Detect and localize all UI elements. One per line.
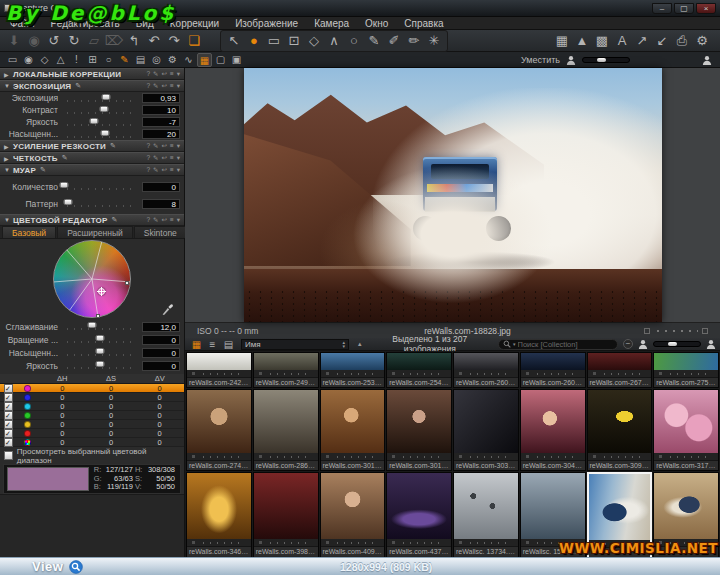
thumbnail[interactable]: reWallsc. 13734.jpg (453, 472, 519, 557)
polygon-tool-icon[interactable]: △ (53, 52, 68, 67)
collapse-arrow-icon[interactable]: ▼ (4, 217, 13, 223)
slider-value-field[interactable]: 20 (142, 129, 180, 139)
slider-thumb[interactable] (89, 118, 98, 124)
slider-thumb[interactable] (101, 130, 110, 136)
search-scope-dropdown-icon[interactable]: ▾ (513, 341, 516, 347)
thumbnail[interactable]: reWalls.com-3170.jpg (653, 389, 719, 471)
slider-track[interactable] (62, 361, 138, 370)
menu-item-5[interactable]: Камера (306, 17, 357, 30)
collapse-arrow-icon[interactable]: ▶ (4, 155, 13, 162)
pin-tool-icon[interactable]: ! (69, 52, 84, 67)
thumbnail[interactable]: reWalls.com-3045.jpg (520, 389, 586, 471)
collapse-arrow-icon[interactable]: ▶ (4, 143, 13, 150)
wheel-rim-handle[interactable] (125, 281, 129, 285)
slider-value-field[interactable]: 0 (142, 348, 180, 358)
erase-mask-tool-icon[interactable]: ✐ (384, 31, 404, 51)
color-tag-box[interactable] (644, 328, 650, 334)
menu-item-2[interactable]: Вид (128, 17, 162, 30)
color-range-row[interactable]: ✓000 (0, 402, 184, 411)
undo-icon[interactable]: ↶ (144, 31, 164, 51)
thumbnail[interactable]: reWalls.com-3017.jpg (386, 389, 452, 471)
print-icon[interactable]: ⎙ (672, 31, 692, 51)
color-wheel[interactable] (53, 240, 131, 318)
rotate-cw-icon[interactable]: ↻ (64, 31, 84, 51)
thumb-detail-view-icon[interactable]: ▤ (221, 337, 236, 352)
slider-value-field[interactable]: 10 (142, 105, 180, 115)
tab-skintone[interactable]: Skintone (134, 226, 187, 238)
brush-small-icon[interactable]: ✎ (153, 215, 158, 225)
collapse-arrow-icon[interactable]: ▶ (4, 71, 13, 78)
revert-icon[interactable]: ↰ (124, 31, 144, 51)
slider-value-field[interactable]: 8 (142, 199, 180, 209)
rotate-tool-icon[interactable]: ◇ (304, 31, 324, 51)
brush-tool-icon[interactable]: ✎ (117, 52, 132, 67)
color-range-row[interactable]: ✓000 (0, 429, 184, 438)
single-view-icon[interactable]: ▢ (213, 52, 228, 67)
collapse-arrow-icon[interactable]: ▼ (4, 167, 13, 173)
reset-icon[interactable]: ↩ (161, 81, 166, 91)
thumbnail[interactable]: reWalls.com-2865.jpg (253, 389, 319, 471)
pan-tool-icon[interactable]: ● (244, 31, 264, 51)
thumbnail[interactable]: reWalls.com-2603.jpg (453, 352, 519, 388)
curve-icon[interactable]: ∿ (181, 52, 196, 67)
thumbnail[interactable]: reWalls.com-3031.jpg (453, 389, 519, 471)
presets-icon[interactable]: ≡ (170, 69, 174, 79)
color-range-row[interactable]: ✓000 (0, 420, 184, 429)
help-icon[interactable]: ? (146, 69, 150, 79)
shapes-tool-icon[interactable]: ◇ (37, 52, 52, 67)
viewer-canvas[interactable] (185, 68, 720, 322)
panel-menu-icon[interactable]: ▾ (177, 165, 180, 175)
gradient-mask-tool-icon[interactable]: ✏ (404, 31, 424, 51)
slider-thumb[interactable] (88, 322, 97, 328)
circle-tool-icon[interactable]: ○ (344, 31, 364, 51)
maximize-button[interactable]: ▢ (674, 3, 694, 14)
reset-icon[interactable]: ↩ (161, 165, 166, 175)
panel-color-editor[interactable]: ▼ ЦВЕТОВОЙ РЕДАКТОР ✎ ?✎↩≡▾ (0, 214, 184, 226)
reset-icon[interactable]: ↩ (161, 153, 166, 163)
zoom-slider-thumb[interactable] (597, 58, 606, 62)
panel-menu-icon[interactable]: ▾ (177, 81, 180, 91)
slider-thumb[interactable] (99, 106, 108, 112)
color-range-row[interactable]: ✓000 (0, 384, 184, 393)
tab-basic[interactable]: Базовый (2, 226, 56, 238)
slider-value-field[interactable]: 0 (142, 182, 180, 192)
preview-checkbox[interactable] (4, 451, 13, 460)
zoom-in-icon[interactable]: ↗ (632, 31, 652, 51)
presets-icon[interactable]: ≡ (170, 81, 174, 91)
slider-thumb[interactable] (102, 94, 111, 100)
thumbnail[interactable]: reWalls.com-3462.jpg (186, 472, 252, 557)
slider-value-field[interactable]: -7 (142, 117, 180, 127)
slider-track[interactable] (62, 348, 138, 357)
slider-thumb[interactable] (96, 348, 105, 354)
main-photo-rally-truck[interactable] (244, 68, 662, 322)
tab-advanced[interactable]: Расширенный (57, 226, 133, 238)
grid-small-icon[interactable] (702, 328, 708, 334)
menu-item-3[interactable]: Коррекции (162, 17, 227, 30)
thumbnail[interactable]: reWalls.com-2540.jpg (386, 352, 452, 388)
trash-icon[interactable]: ⌦ (104, 31, 124, 51)
slider-track[interactable] (62, 199, 138, 208)
reset-icon[interactable]: ↩ (161, 141, 166, 151)
keystone-tool-icon[interactable]: ∧ (324, 31, 344, 51)
crop-frame-icon[interactable]: ⊞ (85, 52, 100, 67)
color-range-row[interactable]: ✓000 (0, 411, 184, 420)
checkbox[interactable]: ✓ (4, 393, 13, 402)
exposure-warning-icon[interactable]: ▲ (572, 31, 592, 51)
slider-value-field[interactable]: 0 (142, 335, 180, 345)
thumbnail[interactable]: reWalls.com-3989.jpg (253, 472, 319, 557)
slider-track[interactable] (62, 130, 138, 139)
slider-track[interactable] (62, 182, 138, 191)
slider-thumb[interactable] (64, 199, 73, 205)
menu-item-1[interactable]: Редактировать (43, 17, 128, 30)
panel-clarity[interactable]: ▶ ЧЕТКОСТЬ ✎ ?✎↩≡▾ (0, 152, 184, 164)
crop-tool-icon[interactable]: ⊡ (284, 31, 304, 51)
checkbox[interactable]: ✓ (4, 402, 13, 411)
proof-profile-icon[interactable]: A (612, 31, 632, 51)
frame-tool-icon[interactable]: ▭ (5, 52, 20, 67)
gear-icon[interactable]: ⚙ (165, 52, 180, 67)
circle-mask-icon[interactable]: ○ (101, 52, 116, 67)
thumbnail[interactable]: reWalls.com-3014.jpg (320, 389, 386, 471)
checkbox[interactable]: ✓ (4, 429, 13, 438)
loupe-tool-icon[interactable]: ◉ (21, 52, 36, 67)
viewer-zoom-slider[interactable] (582, 57, 630, 63)
